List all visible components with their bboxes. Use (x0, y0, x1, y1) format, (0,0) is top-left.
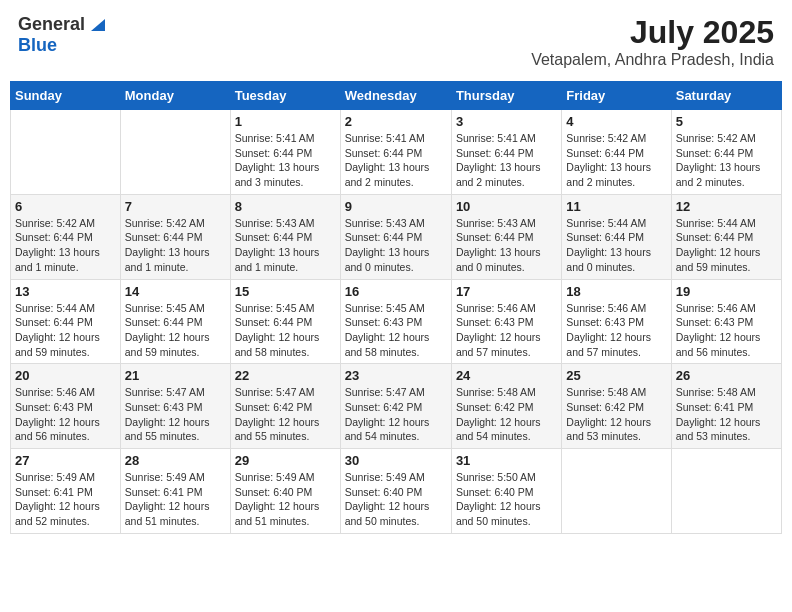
calendar-cell: 16Sunrise: 5:45 AMSunset: 6:43 PMDayligh… (340, 279, 451, 364)
day-info: Sunrise: 5:48 AMSunset: 6:42 PMDaylight:… (456, 385, 557, 444)
weekday-header: Saturday (671, 82, 781, 110)
day-info: Sunrise: 5:45 AMSunset: 6:44 PMDaylight:… (235, 301, 336, 360)
calendar-cell: 17Sunrise: 5:46 AMSunset: 6:43 PMDayligh… (451, 279, 561, 364)
day-number: 17 (456, 284, 557, 299)
page-header: General Blue July 2025 Vetapalem, Andhra… (10, 10, 782, 73)
weekday-header-row: SundayMondayTuesdayWednesdayThursdayFrid… (11, 82, 782, 110)
day-info: Sunrise: 5:42 AMSunset: 6:44 PMDaylight:… (676, 131, 777, 190)
day-info: Sunrise: 5:49 AMSunset: 6:40 PMDaylight:… (345, 470, 447, 529)
calendar-cell: 21Sunrise: 5:47 AMSunset: 6:43 PMDayligh… (120, 364, 230, 449)
day-info: Sunrise: 5:48 AMSunset: 6:42 PMDaylight:… (566, 385, 666, 444)
calendar-cell: 6Sunrise: 5:42 AMSunset: 6:44 PMDaylight… (11, 194, 121, 279)
day-info: Sunrise: 5:43 AMSunset: 6:44 PMDaylight:… (456, 216, 557, 275)
day-number: 16 (345, 284, 447, 299)
day-number: 30 (345, 453, 447, 468)
calendar-cell: 19Sunrise: 5:46 AMSunset: 6:43 PMDayligh… (671, 279, 781, 364)
day-info: Sunrise: 5:41 AMSunset: 6:44 PMDaylight:… (345, 131, 447, 190)
calendar-cell: 4Sunrise: 5:42 AMSunset: 6:44 PMDaylight… (562, 110, 671, 195)
day-info: Sunrise: 5:41 AMSunset: 6:44 PMDaylight:… (456, 131, 557, 190)
calendar-cell: 5Sunrise: 5:42 AMSunset: 6:44 PMDaylight… (671, 110, 781, 195)
day-number: 26 (676, 368, 777, 383)
day-number: 14 (125, 284, 226, 299)
calendar-cell: 1Sunrise: 5:41 AMSunset: 6:44 PMDaylight… (230, 110, 340, 195)
calendar-week-row: 20Sunrise: 5:46 AMSunset: 6:43 PMDayligh… (11, 364, 782, 449)
calendar-week-row: 13Sunrise: 5:44 AMSunset: 6:44 PMDayligh… (11, 279, 782, 364)
day-info: Sunrise: 5:46 AMSunset: 6:43 PMDaylight:… (456, 301, 557, 360)
day-number: 28 (125, 453, 226, 468)
day-number: 11 (566, 199, 666, 214)
calendar-cell: 7Sunrise: 5:42 AMSunset: 6:44 PMDaylight… (120, 194, 230, 279)
title-block: July 2025 Vetapalem, Andhra Pradesh, Ind… (531, 14, 774, 69)
calendar-cell (671, 449, 781, 534)
calendar-cell: 24Sunrise: 5:48 AMSunset: 6:42 PMDayligh… (451, 364, 561, 449)
day-number: 23 (345, 368, 447, 383)
day-info: Sunrise: 5:49 AMSunset: 6:41 PMDaylight:… (125, 470, 226, 529)
calendar-cell: 2Sunrise: 5:41 AMSunset: 6:44 PMDaylight… (340, 110, 451, 195)
day-number: 25 (566, 368, 666, 383)
logo-general: General (18, 14, 85, 35)
day-info: Sunrise: 5:45 AMSunset: 6:43 PMDaylight:… (345, 301, 447, 360)
calendar-cell: 10Sunrise: 5:43 AMSunset: 6:44 PMDayligh… (451, 194, 561, 279)
day-number: 8 (235, 199, 336, 214)
day-number: 15 (235, 284, 336, 299)
calendar-cell: 30Sunrise: 5:49 AMSunset: 6:40 PMDayligh… (340, 449, 451, 534)
weekday-header: Thursday (451, 82, 561, 110)
svg-marker-0 (91, 19, 105, 31)
day-info: Sunrise: 5:45 AMSunset: 6:44 PMDaylight:… (125, 301, 226, 360)
calendar-cell: 27Sunrise: 5:49 AMSunset: 6:41 PMDayligh… (11, 449, 121, 534)
logo-triangle-icon (87, 15, 105, 33)
logo: General Blue (18, 14, 105, 56)
calendar-cell: 14Sunrise: 5:45 AMSunset: 6:44 PMDayligh… (120, 279, 230, 364)
calendar-cell: 26Sunrise: 5:48 AMSunset: 6:41 PMDayligh… (671, 364, 781, 449)
logo-blue: Blue (18, 35, 57, 56)
day-info: Sunrise: 5:44 AMSunset: 6:44 PMDaylight:… (566, 216, 666, 275)
weekday-header: Wednesday (340, 82, 451, 110)
day-number: 13 (15, 284, 116, 299)
day-info: Sunrise: 5:46 AMSunset: 6:43 PMDaylight:… (676, 301, 777, 360)
calendar-cell: 25Sunrise: 5:48 AMSunset: 6:42 PMDayligh… (562, 364, 671, 449)
day-info: Sunrise: 5:50 AMSunset: 6:40 PMDaylight:… (456, 470, 557, 529)
day-number: 27 (15, 453, 116, 468)
day-number: 18 (566, 284, 666, 299)
day-info: Sunrise: 5:46 AMSunset: 6:43 PMDaylight:… (566, 301, 666, 360)
calendar-cell: 29Sunrise: 5:49 AMSunset: 6:40 PMDayligh… (230, 449, 340, 534)
day-number: 19 (676, 284, 777, 299)
day-number: 7 (125, 199, 226, 214)
day-number: 31 (456, 453, 557, 468)
calendar-cell: 12Sunrise: 5:44 AMSunset: 6:44 PMDayligh… (671, 194, 781, 279)
calendar-cell (562, 449, 671, 534)
calendar-cell: 8Sunrise: 5:43 AMSunset: 6:44 PMDaylight… (230, 194, 340, 279)
day-info: Sunrise: 5:48 AMSunset: 6:41 PMDaylight:… (676, 385, 777, 444)
day-info: Sunrise: 5:46 AMSunset: 6:43 PMDaylight:… (15, 385, 116, 444)
calendar-cell: 9Sunrise: 5:43 AMSunset: 6:44 PMDaylight… (340, 194, 451, 279)
calendar-cell: 15Sunrise: 5:45 AMSunset: 6:44 PMDayligh… (230, 279, 340, 364)
day-info: Sunrise: 5:44 AMSunset: 6:44 PMDaylight:… (676, 216, 777, 275)
page-title: July 2025 (531, 14, 774, 51)
day-number: 22 (235, 368, 336, 383)
calendar-week-row: 27Sunrise: 5:49 AMSunset: 6:41 PMDayligh… (11, 449, 782, 534)
day-info: Sunrise: 5:47 AMSunset: 6:43 PMDaylight:… (125, 385, 226, 444)
day-number: 12 (676, 199, 777, 214)
day-number: 5 (676, 114, 777, 129)
day-number: 9 (345, 199, 447, 214)
weekday-header: Monday (120, 82, 230, 110)
day-number: 3 (456, 114, 557, 129)
day-info: Sunrise: 5:43 AMSunset: 6:44 PMDaylight:… (235, 216, 336, 275)
calendar-cell: 20Sunrise: 5:46 AMSunset: 6:43 PMDayligh… (11, 364, 121, 449)
calendar-cell (11, 110, 121, 195)
day-number: 1 (235, 114, 336, 129)
day-info: Sunrise: 5:49 AMSunset: 6:41 PMDaylight:… (15, 470, 116, 529)
calendar-cell: 31Sunrise: 5:50 AMSunset: 6:40 PMDayligh… (451, 449, 561, 534)
calendar-cell: 13Sunrise: 5:44 AMSunset: 6:44 PMDayligh… (11, 279, 121, 364)
weekday-header: Sunday (11, 82, 121, 110)
day-number: 10 (456, 199, 557, 214)
calendar-cell: 3Sunrise: 5:41 AMSunset: 6:44 PMDaylight… (451, 110, 561, 195)
day-info: Sunrise: 5:41 AMSunset: 6:44 PMDaylight:… (235, 131, 336, 190)
day-info: Sunrise: 5:43 AMSunset: 6:44 PMDaylight:… (345, 216, 447, 275)
day-number: 29 (235, 453, 336, 468)
weekday-header: Tuesday (230, 82, 340, 110)
calendar-cell (120, 110, 230, 195)
day-info: Sunrise: 5:47 AMSunset: 6:42 PMDaylight:… (345, 385, 447, 444)
day-info: Sunrise: 5:47 AMSunset: 6:42 PMDaylight:… (235, 385, 336, 444)
calendar-week-row: 1Sunrise: 5:41 AMSunset: 6:44 PMDaylight… (11, 110, 782, 195)
